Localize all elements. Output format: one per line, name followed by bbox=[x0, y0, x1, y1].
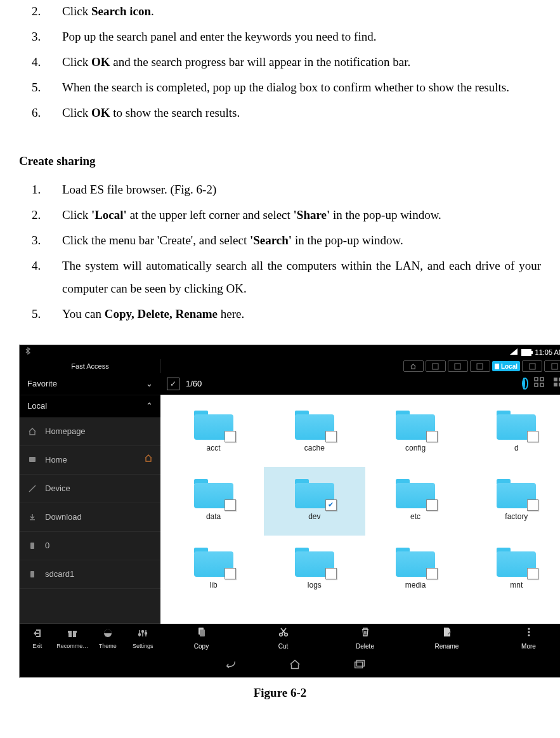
folder-checkbox[interactable] bbox=[325, 431, 337, 442]
top-tab-row: Fast Access Local bbox=[20, 359, 560, 373]
search-icon[interactable] bbox=[534, 376, 544, 393]
folder-checkbox[interactable] bbox=[225, 499, 236, 511]
top-pill-5[interactable] bbox=[522, 360, 542, 372]
svg-point-30 bbox=[284, 633, 287, 636]
folder-icon bbox=[396, 548, 435, 577]
folder-item-media[interactable]: media bbox=[365, 536, 466, 604]
folder-item[interactable] bbox=[264, 604, 365, 624]
folder-checkbox[interactable] bbox=[527, 431, 538, 442]
bold-text: 'Share' bbox=[294, 208, 330, 221]
svg-rect-3 bbox=[530, 364, 535, 369]
sidebar-item-label: sdcard1 bbox=[45, 567, 74, 583]
list-text: You can Copy, Delete, Rename here. bbox=[62, 303, 541, 326]
folder-checkbox[interactable] bbox=[225, 568, 236, 579]
top-pill-6[interactable] bbox=[544, 360, 560, 372]
exit-icon bbox=[32, 628, 42, 640]
label: More bbox=[521, 640, 536, 652]
bold-text: 'Local' bbox=[91, 208, 127, 221]
folder-item-dev[interactable]: ✔dev bbox=[264, 467, 365, 536]
nav-back-button[interactable] bbox=[223, 655, 237, 678]
folder-icon bbox=[295, 548, 334, 577]
nav-home-button[interactable] bbox=[288, 655, 302, 678]
folder-item-factory[interactable]: factory bbox=[466, 467, 560, 536]
folder-item-logs[interactable]: logs bbox=[264, 536, 365, 604]
folder-checkbox[interactable] bbox=[426, 499, 438, 511]
sidebar-item-icon bbox=[27, 484, 37, 494]
folder-item-acct[interactable]: acct bbox=[163, 399, 264, 467]
label: Delete bbox=[356, 640, 374, 652]
folder-item-mnt[interactable]: mnt bbox=[466, 536, 560, 604]
top-pill-3[interactable] bbox=[470, 360, 490, 372]
list-number: 4. bbox=[19, 254, 62, 300]
nav-recent-button[interactable] bbox=[353, 655, 367, 678]
svg-rect-4 bbox=[552, 364, 557, 369]
folder-checkbox[interactable] bbox=[426, 568, 438, 579]
top-pill-2[interactable] bbox=[448, 360, 468, 372]
tab-fast-access[interactable]: Fast Access bbox=[20, 359, 161, 373]
folder-checkbox[interactable] bbox=[225, 431, 236, 442]
folder-item[interactable] bbox=[466, 604, 560, 624]
signal-icon bbox=[510, 346, 518, 359]
more-button[interactable]: More bbox=[488, 624, 560, 656]
sidebar-bottom-bar: Exit Recomme… Theme bbox=[20, 623, 160, 656]
rename-button[interactable]: Rename bbox=[406, 624, 488, 656]
sidebar-exit-button[interactable]: Exit bbox=[20, 624, 55, 656]
folder-label: dev bbox=[308, 510, 320, 524]
sidebar-theme-button[interactable]: Theme bbox=[90, 624, 126, 656]
globe-icon[interactable] bbox=[523, 376, 525, 392]
svg-rect-8 bbox=[30, 571, 34, 577]
sidebar-item-label: Home bbox=[45, 452, 67, 468]
view-grid-icon[interactable] bbox=[553, 376, 560, 393]
text: at the upper left corner and select bbox=[127, 208, 294, 221]
folder-label: lib bbox=[210, 578, 218, 593]
svg-rect-35 bbox=[356, 661, 364, 666]
folder-label: etc bbox=[410, 510, 420, 524]
folder-item-lib[interactable]: lib bbox=[163, 536, 264, 604]
folder-checkbox[interactable] bbox=[527, 499, 538, 511]
sidebar-item-Device[interactable]: Device bbox=[20, 475, 160, 503]
sidebar-item-0[interactable]: 0 bbox=[20, 532, 160, 560]
select-all-checkbox[interactable]: ✓ bbox=[167, 378, 179, 390]
list-number: 1. bbox=[19, 178, 62, 201]
list-text: Click OK and the search progress bar wil… bbox=[62, 51, 541, 74]
sidebar-item-Home[interactable]: Home bbox=[20, 446, 160, 475]
section-heading: Create sharing bbox=[19, 150, 541, 173]
folder-icon: ✔ bbox=[295, 479, 334, 508]
sidebar-section-local[interactable]: Local ⌃ bbox=[20, 395, 160, 418]
sidebar-section-favorite[interactable]: Favorite ⌄ bbox=[20, 373, 160, 395]
folder-item-config[interactable]: config bbox=[365, 399, 466, 467]
sidebar-recommend-button[interactable]: Recomme… bbox=[55, 624, 91, 656]
tab-local[interactable]: Local bbox=[492, 361, 520, 371]
sidebar-item-icon bbox=[27, 455, 37, 465]
label: Theme bbox=[99, 641, 117, 652]
folder-item[interactable] bbox=[163, 604, 264, 624]
folder-item-d[interactable]: d bbox=[466, 399, 560, 467]
folder-checkbox[interactable] bbox=[325, 568, 337, 579]
top-pill-1[interactable] bbox=[426, 360, 446, 372]
list-text: Click the menu bar 'Create', and select … bbox=[62, 229, 541, 252]
text: Click bbox=[62, 106, 91, 119]
folder-item[interactable] bbox=[365, 604, 466, 624]
text: Click bbox=[62, 4, 91, 18]
sidebar-item-Homepage[interactable]: Homepage bbox=[20, 418, 160, 446]
list-item: 2. Click Search icon. bbox=[19, 0, 541, 23]
folder-checkbox[interactable]: ✔ bbox=[325, 499, 337, 511]
folder-item-data[interactable]: data bbox=[163, 467, 264, 536]
home-indicator-icon bbox=[144, 452, 153, 468]
sidebar-settings-button[interactable]: Settings bbox=[126, 624, 161, 656]
folder-icon bbox=[396, 411, 435, 440]
copy-button[interactable]: Copy bbox=[160, 624, 242, 656]
folder-checkbox[interactable] bbox=[527, 568, 538, 579]
sidebar-item-sdcard1[interactable]: sdcard1 bbox=[20, 560, 160, 589]
bluetooth-icon bbox=[25, 346, 31, 359]
folder-item-etc[interactable]: etc bbox=[365, 467, 466, 536]
cut-button[interactable]: Cut bbox=[242, 624, 324, 656]
svg-rect-34 bbox=[355, 662, 362, 668]
top-pill-home-icon[interactable] bbox=[403, 360, 424, 372]
folder-checkbox[interactable] bbox=[426, 431, 438, 442]
folder-item-cache[interactable]: cache bbox=[264, 399, 365, 467]
sidebar-item-Download[interactable]: Download bbox=[20, 503, 160, 532]
list-item: 6. Click OK to show the search results. bbox=[19, 102, 541, 124]
list-text: Load ES file browser. (Fig. 6-2) bbox=[62, 178, 541, 201]
delete-button[interactable]: Delete bbox=[324, 624, 406, 656]
